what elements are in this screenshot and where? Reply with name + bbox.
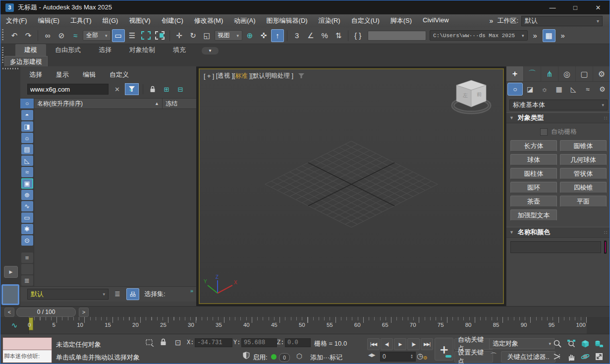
filter-xrefs-icon[interactable]: ⊕: [21, 190, 33, 200]
previous-frame-arrow[interactable]: <: [4, 308, 14, 317]
subcat-shapes[interactable]: ◪: [523, 83, 537, 96]
go-to-end-button[interactable]: ▶▶|: [421, 338, 433, 350]
minimize-button[interactable]: —: [541, 0, 564, 14]
toolbar-overflow-icon[interactable]: »: [529, 29, 542, 42]
absolute-mode-icon[interactable]: ⊡: [175, 338, 181, 347]
notes-view-icon[interactable]: ≣: [21, 275, 33, 286]
subcat-cameras[interactable]: ▦: [552, 83, 566, 96]
frame-number-spinner[interactable]: 0 ▲▼: [380, 352, 416, 362]
type-column-icon[interactable]: ○: [20, 99, 34, 108]
viewport-shading-label[interactable]: [默认明暗处理 ]: [251, 72, 293, 80]
menu-item[interactable]: 文件(F): [0, 16, 33, 25]
play-button[interactable]: ▶: [394, 338, 406, 350]
listener-script-row[interactable]: 脚本迷你侦听:: [3, 350, 52, 363]
primitive-button[interactable]: 管状体: [560, 168, 607, 179]
select-and-move-icon[interactable]: ✛: [173, 29, 186, 42]
select-and-scale-icon[interactable]: ◱: [201, 29, 214, 42]
filter-bone-objects-icon[interactable]: ✱: [21, 224, 33, 234]
explorer-search-input[interactable]: [27, 84, 109, 95]
zoom-extents-icon[interactable]: [579, 338, 591, 349]
ribbon-tab[interactable]: 自由形式: [46, 44, 90, 56]
menu-item[interactable]: 渲染(R): [313, 16, 346, 25]
name-column-header[interactable]: 名称(按升序排序) ▲: [34, 100, 162, 108]
subcat-helpers[interactable]: ◺: [566, 83, 581, 96]
redo-icon[interactable]: ↷: [22, 29, 35, 42]
filter-geometry-icon[interactable]: ◓: [21, 110, 33, 120]
rail-filter-icon[interactable]: [21, 247, 33, 252]
hierarchy-view-icon[interactable]: 品: [126, 288, 139, 300]
percent-snap-icon[interactable]: %: [318, 29, 331, 42]
x-coord-field[interactable]: -34.731: [195, 338, 232, 347]
filter-lights-icon[interactable]: ☼: [21, 133, 33, 143]
selection-filter-dropdown[interactable]: 全部: [83, 30, 111, 41]
reference-coordinate-dropdown[interactable]: 视图: [215, 30, 243, 41]
expand-tree-icon[interactable]: ⊞: [161, 84, 172, 94]
project-path-dropdown[interactable]: C:\Users\ww···ds Max 2025: [430, 30, 528, 41]
tab-create[interactable]: ＋: [506, 66, 524, 81]
menu-overflow-icon[interactable]: »: [490, 17, 494, 25]
primitive-button[interactable]: 长方体: [510, 140, 557, 152]
isolate-selection-icon[interactable]: [145, 339, 154, 347]
tab-motion[interactable]: ◎: [558, 66, 576, 81]
unlink-selection-icon[interactable]: ⊘: [55, 29, 68, 42]
name-color-rollout-header[interactable]: ▼ 名称和颜色 ∷: [506, 227, 610, 238]
menu-item[interactable]: 自定义(U): [346, 16, 385, 25]
ribbon-tab[interactable]: 选择: [90, 44, 120, 56]
listener-macro-row[interactable]: [3, 338, 52, 350]
primitive-button[interactable]: 茶壶: [510, 196, 557, 207]
app-icon[interactable]: 3: [5, 3, 14, 12]
footer-overflow-icon[interactable]: »: [190, 288, 193, 294]
set-key-button[interactable]: 设置关键点: [454, 351, 493, 363]
mini-curve-editor-icon[interactable]: ∿: [0, 317, 28, 334]
next-frame-arrow[interactable]: >: [79, 308, 89, 317]
named-selection-field[interactable]: [368, 31, 426, 41]
explorer-thumbnail[interactable]: [1, 284, 19, 305]
object-type-rollout-header[interactable]: ▼ 对象类型 ∷: [506, 112, 610, 123]
primitive-button[interactable]: 圆柱体: [510, 168, 557, 179]
object-name-field[interactable]: [510, 241, 601, 253]
menu-item[interactable]: 动画(A): [228, 16, 261, 25]
zoom-all-icon[interactable]: [565, 338, 577, 349]
select-and-rotate-icon[interactable]: ↻: [187, 29, 200, 42]
toolbar-button[interactable]: [287, 30, 287, 41]
set-keys-button[interactable]: ＋: [435, 338, 453, 361]
primitive-button[interactable]: 几何球体: [560, 154, 607, 165]
explorer-preset-dropdown[interactable]: 默认: [27, 289, 109, 300]
adaptive-degradation-icon[interactable]: [243, 352, 250, 359]
expand-strip-button[interactable]: ▶: [4, 266, 18, 278]
blank-icon[interactable]: [21, 264, 33, 274]
explorer-item-list[interactable]: [34, 109, 196, 286]
toolbar-overflow2-icon[interactable]: »: [556, 29, 569, 42]
toolbar-button[interactable]: [38, 30, 38, 41]
viewport-menu-plus[interactable]: [ + ]: [204, 73, 214, 80]
polygon-modeling-panel[interactable]: 多边形建模: [4, 56, 48, 67]
undo-icon[interactable]: ↶: [8, 29, 21, 42]
zoom-icon[interactable]: [552, 338, 563, 349]
spinner-arrows-icon[interactable]: ▲▼: [410, 354, 413, 359]
selection-set-dropdown[interactable]: 选定对象: [489, 338, 555, 349]
menu-item[interactable]: 图形编辑器(D): [261, 16, 313, 25]
viewport-pov-label[interactable]: [透视 ]: [216, 72, 233, 80]
object-color-swatch[interactable]: [604, 241, 607, 254]
key-mode-toggle-icon[interactable]: ◀▶: [368, 352, 375, 358]
keyboard-shortcut-override-icon[interactable]: ↑: [271, 29, 284, 42]
menu-item[interactable]: 脚本(S): [385, 16, 417, 25]
edit-named-selection-icon[interactable]: { }: [351, 29, 364, 42]
tab-hierarchy[interactable]: ⋔: [541, 66, 558, 81]
frozen-column-header[interactable]: 冻结: [162, 99, 196, 108]
zoom-region-icon[interactable]: [552, 351, 563, 362]
menu-item[interactable]: 编辑(E): [33, 16, 65, 25]
viewport-standard-label[interactable]: [标准 ]: [233, 72, 251, 80]
maxscript-mini-listener[interactable]: 脚本迷你侦听:: [2, 337, 52, 363]
use-pivot-point-icon[interactable]: ⊕: [243, 29, 256, 42]
menu-item[interactable]: 工具(T): [65, 16, 97, 25]
viewport-funnel-icon[interactable]: [298, 73, 304, 79]
subcat-lights[interactable]: ☼: [537, 83, 552, 96]
add-time-tag[interactable]: 添加···标记: [310, 353, 342, 362]
y-coord-field[interactable]: 95.688: [241, 338, 277, 347]
select-object-icon[interactable]: ▭: [112, 29, 125, 42]
default-in-out-tangents-icon[interactable]: ⌒: [490, 352, 497, 361]
filter-space-warps-icon[interactable]: ≈: [21, 167, 33, 177]
snaps-toggle-icon[interactable]: 3: [290, 29, 303, 42]
perspective-viewport[interactable]: [ + ] [透视 ] [标准 ] [默认明暗处理 ] 左 前 Z X Y: [199, 68, 504, 304]
